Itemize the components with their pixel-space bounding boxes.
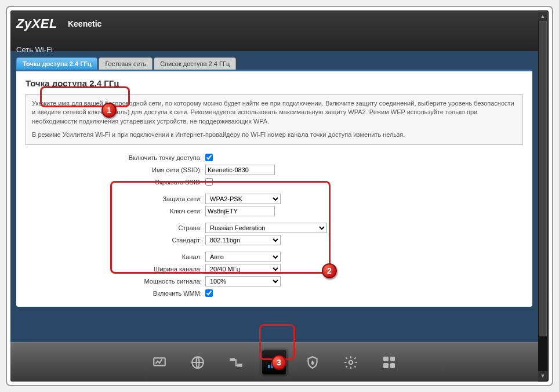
svg-rect-4 xyxy=(268,365,270,368)
network-icon xyxy=(228,355,244,370)
svg-rect-5 xyxy=(271,362,273,368)
wmm-label: Включить WMM: xyxy=(26,290,205,297)
settings-panel: Точка доступа 2.4 ГГц Укажите имя для ва… xyxy=(16,71,532,307)
description-text-1: Укажите имя для вашей беспроводной сети,… xyxy=(32,99,517,126)
scroll-down-button[interactable]: ▼ xyxy=(538,371,547,380)
standard-label: Стандарт: xyxy=(26,237,205,244)
channel-select[interactable]: Авто xyxy=(205,252,281,262)
toolbar-monitor-button[interactable] xyxy=(147,350,172,375)
enable-ap-label: Включить точку доступа: xyxy=(26,154,205,161)
key-label: Ключ сети: xyxy=(26,208,205,215)
toolbar-firewall-button[interactable] xyxy=(300,350,325,375)
standard-select[interactable]: 802.11bgn xyxy=(205,235,281,245)
app-window: ▲ ▼ ZyXEL Keenetic Сеть Wi-Fi Точка дост… xyxy=(10,10,549,382)
country-label: Страна: xyxy=(26,224,205,231)
bottom-toolbar xyxy=(10,342,538,382)
settings-form: Включить точку доступа: Имя сети (SSID):… xyxy=(26,152,523,300)
panel-title: Точка доступа 2.4 ГГц xyxy=(26,78,523,88)
outer-frame: ▲ ▼ ZyXEL Keenetic Сеть Wi-Fi Точка дост… xyxy=(6,6,553,386)
shield-flame-icon xyxy=(305,355,320,370)
enable-ap-checkbox[interactable] xyxy=(205,154,213,161)
tab-guest-network[interactable]: Гостевая сеть xyxy=(99,57,153,70)
svg-rect-6 xyxy=(274,360,276,368)
security-label: Защита сети: xyxy=(26,195,205,202)
scroll-thumb[interactable] xyxy=(539,21,547,336)
country-select[interactable]: Russian Federation xyxy=(205,223,327,233)
hide-ssid-checkbox[interactable] xyxy=(205,178,213,186)
power-select[interactable]: 100% xyxy=(205,276,281,286)
signal-bars-icon xyxy=(267,355,282,370)
channel-label: Канал: xyxy=(26,253,205,260)
svg-rect-3 xyxy=(237,364,242,366)
scroll-up-button[interactable]: ▲ xyxy=(538,12,547,21)
vertical-scrollbar[interactable]: ▲ ▼ xyxy=(538,12,547,380)
network-key-input[interactable] xyxy=(205,206,275,216)
toolbar-wifi-button[interactable] xyxy=(262,350,287,375)
ssid-label: Имя сети (SSID): xyxy=(26,166,205,173)
grid-icon xyxy=(383,357,395,368)
brand-logo: ZyXEL xyxy=(16,16,57,31)
wmm-checkbox[interactable] xyxy=(205,289,213,297)
toolbar-apps-button[interactable] xyxy=(376,350,402,375)
toolbar-settings-button[interactable] xyxy=(338,350,364,375)
width-label: Ширина канала: xyxy=(26,266,205,273)
tab-access-point[interactable]: Точка доступа 2.4 ГГц xyxy=(16,57,97,70)
ssid-input[interactable] xyxy=(205,165,275,175)
toolbar-network-button[interactable] xyxy=(223,350,249,375)
toolbar-globe-button[interactable] xyxy=(185,350,210,375)
svg-point-8 xyxy=(349,360,353,364)
width-select[interactable]: 20/40 МГц xyxy=(205,264,281,274)
svg-rect-7 xyxy=(277,357,279,368)
security-select[interactable]: WPA2-PSK xyxy=(205,194,281,204)
monitor-icon xyxy=(152,355,167,370)
content-area: ZyXEL Keenetic Сеть Wi-Fi Точка доступа … xyxy=(10,10,538,342)
svg-rect-2 xyxy=(230,358,235,361)
globe-icon xyxy=(190,355,205,370)
scroll-track[interactable] xyxy=(538,21,547,371)
description-text-2: В режиме Усилителя Wi-Fi и при подключен… xyxy=(32,130,517,139)
description-box: Укажите имя для вашей беспроводной сети,… xyxy=(26,94,523,145)
tab-bar: Точка доступа 2.4 ГГц Гостевая сеть Спис… xyxy=(16,57,532,71)
model-name: Keenetic xyxy=(68,19,101,28)
hide-ssid-label: Скрывать SSID: xyxy=(26,179,205,186)
power-label: Мощность сигнала: xyxy=(26,278,205,285)
section-title: Сеть Wi-Fi xyxy=(16,45,532,54)
svg-rect-0 xyxy=(154,358,165,365)
gear-icon xyxy=(343,355,358,370)
tab-access-list[interactable]: Список доступа 2.4 ГГц xyxy=(154,57,236,70)
